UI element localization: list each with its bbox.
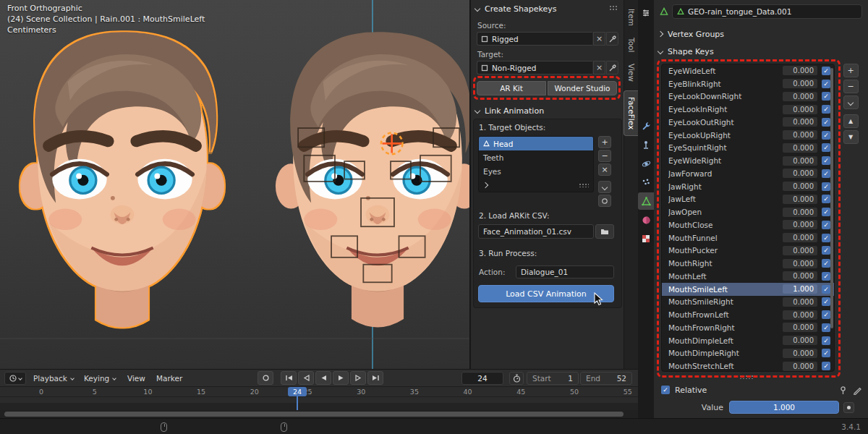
target-object-row[interactable]: Eyes: [479, 164, 593, 178]
shape-key-row[interactable]: EyeWideRight0.000✓: [662, 154, 834, 167]
shape-key-mute-checkbox[interactable]: ✓: [822, 310, 830, 319]
shape-key-value[interactable]: 0.000: [783, 271, 817, 281]
filter-button[interactable]: [598, 195, 611, 207]
target-object-row[interactable]: Teeth: [479, 150, 593, 164]
timeline-scrollbar[interactable]: [4, 412, 624, 417]
list-resize-grip[interactable]: [739, 375, 754, 379]
shape-key-value[interactable]: 1.000: [783, 284, 817, 294]
shape-key-row[interactable]: JawLeft0.000✓: [662, 193, 834, 206]
open-file-button[interactable]: [595, 224, 614, 239]
shape-key-value[interactable]: 0.000: [783, 92, 817, 101]
edit-mode-icon[interactable]: [853, 386, 862, 395]
shape-key-value[interactable]: 0.000: [783, 169, 817, 178]
move-down-button[interactable]: ▼: [843, 130, 859, 144]
shape-key-value[interactable]: 0.000: [783, 246, 817, 255]
relative-checkbox[interactable]: ✓: [661, 386, 670, 394]
character-head-left[interactable]: [20, 32, 224, 327]
timeline-editor[interactable]: Playback Keying View Marker 24 Start1: [0, 369, 638, 418]
link-animation-header[interactable]: Link Animation: [475, 104, 544, 117]
shape-key-mute-checkbox[interactable]: ✓: [822, 92, 830, 101]
shape-key-specials-button[interactable]: [843, 95, 859, 109]
shape-key-value[interactable]: 0.000: [783, 323, 817, 332]
shape-key-mute-checkbox[interactable]: ✓: [822, 336, 830, 345]
playhead[interactable]: 24: [297, 387, 298, 410]
shape-key-row[interactable]: EyeLookDownRight0.000✓: [662, 90, 834, 103]
shape-key-scrollbar[interactable]: [830, 68, 833, 328]
prev-keyframe-button[interactable]: [298, 371, 314, 385]
shape-key-row[interactable]: EyeSquintRight0.000✓: [662, 142, 834, 155]
create-shapekeys-header[interactable]: Create Shapekeys: [475, 2, 556, 15]
remove-shape-key-button[interactable]: −: [843, 80, 859, 93]
jump-to-start-button[interactable]: [281, 371, 297, 385]
use-preview-range-button[interactable]: [509, 372, 524, 385]
list-expander-row[interactable]: [479, 178, 593, 192]
list-resize-grip[interactable]: [579, 183, 589, 187]
shape-key-row[interactable]: JawOpen0.000✓: [662, 205, 834, 218]
tab-object-data[interactable]: [638, 192, 654, 210]
start-frame-field[interactable]: Start1: [527, 372, 579, 385]
shape-key-value[interactable]: 0.000: [783, 362, 817, 371]
play-reverse-button[interactable]: [315, 371, 331, 385]
shape-key-row[interactable]: MouthStretchLeft0.000✓: [662, 359, 834, 372]
shape-key-value[interactable]: 0.000: [783, 233, 817, 242]
shape-key-row[interactable]: JawForward0.000✓: [662, 167, 834, 180]
tab-material[interactable]: [638, 211, 654, 229]
shape-key-mute-checkbox[interactable]: ✓: [822, 131, 830, 140]
shape-key-row[interactable]: MouthFrownLeft0.000✓: [662, 308, 834, 321]
menu-playback[interactable]: Playback: [30, 370, 77, 387]
shape-key-value[interactable]: 0.000: [783, 259, 817, 268]
next-keyframe-button[interactable]: [350, 371, 366, 385]
shape-key-row[interactable]: EyeLookInRight0.000✓: [662, 103, 834, 116]
source-object-field[interactable]: Rigged: [477, 32, 592, 46]
tab-constraints[interactable]: [638, 136, 654, 153]
move-up-button[interactable]: ▲: [843, 114, 859, 128]
shape-key-value[interactable]: 0.000: [783, 117, 817, 127]
timeline-tracks[interactable]: [0, 397, 638, 410]
sidebar-tab-item[interactable]: Item: [624, 3, 639, 32]
shape-key-mute-checkbox[interactable]: ✓: [822, 208, 830, 216]
shape-key-list[interactable]: EyeWideLeft0.000✓EyeBlinkRight0.000✓EyeL…: [661, 64, 835, 372]
clear-source-button[interactable]: ×: [593, 32, 605, 46]
remove-object-button[interactable]: −: [598, 150, 611, 162]
shape-key-value[interactable]: 0.000: [783, 66, 817, 75]
shape-key-mute-checkbox[interactable]: ✓: [822, 285, 830, 294]
shape-key-mute-checkbox[interactable]: ✓: [822, 156, 830, 165]
shape-key-mute-checkbox[interactable]: ✓: [822, 297, 830, 306]
csv-file-field[interactable]: Face_Animation_01.csv: [478, 224, 594, 239]
arkit-button[interactable]: AR Kit: [477, 81, 546, 95]
shape-key-row[interactable]: MouthSmileRight0.000✓: [662, 296, 834, 309]
target-object-row[interactable]: Head: [479, 137, 593, 150]
shape-key-value[interactable]: 0.000: [783, 349, 817, 358]
shape-key-row[interactable]: MouthLeft0.000✓: [662, 270, 834, 283]
shape-key-mute-checkbox[interactable]: ✓: [822, 80, 830, 88]
target-objects-list[interactable]: HeadTeethEyes: [478, 136, 594, 192]
shape-key-value[interactable]: 0.000: [783, 182, 817, 191]
shape-key-row[interactable]: EyeBlinkRight0.000✓: [662, 77, 834, 90]
tab-modifiers[interactable]: [638, 117, 654, 135]
jump-to-end-button[interactable]: [367, 371, 383, 385]
eyedropper-icon[interactable]: [606, 61, 618, 75]
shape-key-value[interactable]: 0.000: [783, 143, 817, 153]
shape-key-mute-checkbox[interactable]: ✓: [822, 259, 830, 268]
shape-key-row[interactable]: EyeLookUpRight0.000✓: [662, 129, 834, 142]
shape-key-value[interactable]: 0.000: [783, 310, 817, 320]
tab-particles[interactable]: [638, 174, 654, 191]
shape-key-value[interactable]: 0.000: [783, 195, 817, 204]
shape-key-mute-checkbox[interactable]: ✓: [822, 182, 830, 191]
record-button[interactable]: [258, 371, 273, 385]
value-slider[interactable]: 1.000: [729, 401, 839, 414]
vertex-groups-section[interactable]: Vertex Groups: [658, 27, 724, 41]
shape-key-mute-checkbox[interactable]: ✓: [822, 246, 830, 255]
shape-key-mute-checkbox[interactable]: ✓: [822, 362, 830, 370]
shape-key-row[interactable]: EyeLookOutRight0.000✓: [662, 116, 834, 129]
shape-key-row[interactable]: EyeWideLeft0.000✓: [662, 64, 834, 77]
shape-key-row[interactable]: MouthRight0.000✓: [662, 257, 834, 270]
shape-key-row[interactable]: MouthDimpleRight0.000✓: [662, 347, 834, 360]
shape-key-value[interactable]: 0.000: [783, 130, 817, 140]
menu-marker[interactable]: Marker: [153, 370, 185, 387]
sidebar-tab-tool[interactable]: Tool: [624, 32, 639, 58]
wonder-studio-button[interactable]: Wonder Studio: [548, 81, 617, 95]
character-head-right[interactable]: [276, 32, 470, 327]
shape-key-row[interactable]: MouthSmileLeft1.000✓: [662, 283, 834, 296]
shape-key-mute-checkbox[interactable]: ✓: [822, 105, 830, 114]
